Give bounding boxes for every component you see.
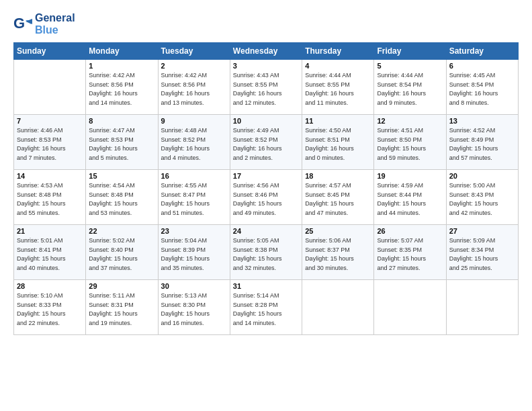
day-info: Sunrise: 4:50 AM Sunset: 8:51 PM Dayligh… [305, 126, 371, 163]
day-info: Sunrise: 4:53 AM Sunset: 8:48 PM Dayligh… [17, 181, 83, 218]
day-number: 24 [233, 227, 299, 235]
day-info: Sunrise: 4:44 AM Sunset: 8:54 PM Dayligh… [377, 71, 443, 107]
day-info: Sunrise: 4:42 AM Sunset: 8:56 PM Dayligh… [89, 71, 154, 107]
weekday-header-row: SundayMondayTuesdayWednesdayThursdayFrid… [14, 43, 519, 60]
weekday-header-thursday: Thursday [302, 43, 374, 60]
calendar-cell: 1Sunrise: 4:42 AM Sunset: 8:56 PM Daylig… [86, 60, 158, 115]
calendar-cell: 29Sunrise: 5:11 AM Sunset: 8:31 PM Dayli… [86, 280, 158, 335]
day-number: 18 [305, 172, 371, 180]
weekday-header-sunday: Sunday [14, 43, 86, 60]
day-number: 31 [233, 282, 299, 290]
day-number: 8 [89, 117, 154, 125]
calendar-cell: 8Sunrise: 4:47 AM Sunset: 8:53 PM Daylig… [86, 115, 158, 170]
day-info: Sunrise: 5:14 AM Sunset: 8:28 PM Dayligh… [233, 291, 299, 328]
calendar-cell: 26Sunrise: 5:07 AM Sunset: 8:35 PM Dayli… [374, 225, 446, 280]
calendar-cell: 15Sunrise: 4:54 AM Sunset: 8:48 PM Dayli… [86, 170, 158, 225]
calendar-cell: 7Sunrise: 4:46 AM Sunset: 8:53 PM Daylig… [14, 115, 86, 170]
day-number: 11 [305, 117, 371, 125]
day-info: Sunrise: 5:02 AM Sunset: 8:40 PM Dayligh… [89, 236, 154, 273]
day-info: Sunrise: 5:05 AM Sunset: 8:38 PM Dayligh… [233, 236, 299, 273]
calendar-cell: 10Sunrise: 4:49 AM Sunset: 8:52 PM Dayli… [230, 115, 302, 170]
day-number: 29 [89, 282, 154, 290]
day-info: Sunrise: 4:52 AM Sunset: 8:49 PM Dayligh… [449, 126, 515, 163]
logo-text: General Blue [35, 12, 75, 36]
day-number: 9 [161, 117, 227, 125]
calendar-cell: 18Sunrise: 4:57 AM Sunset: 8:45 PM Dayli… [302, 170, 374, 225]
day-number: 10 [233, 117, 299, 125]
calendar-cell: 16Sunrise: 4:55 AM Sunset: 8:47 PM Dayli… [158, 170, 230, 225]
day-info: Sunrise: 4:59 AM Sunset: 8:44 PM Dayligh… [377, 181, 443, 218]
day-number: 5 [377, 62, 443, 70]
calendar-cell: 22Sunrise: 5:02 AM Sunset: 8:40 PM Dayli… [86, 225, 158, 280]
day-number: 6 [449, 62, 515, 70]
calendar-cell: 27Sunrise: 5:09 AM Sunset: 8:34 PM Dayli… [446, 225, 518, 280]
calendar-cell: 11Sunrise: 4:50 AM Sunset: 8:51 PM Dayli… [302, 115, 374, 170]
calendar-cell: 4Sunrise: 4:44 AM Sunset: 8:55 PM Daylig… [302, 60, 374, 115]
day-number: 13 [449, 117, 515, 125]
day-number: 21 [17, 227, 83, 235]
day-number: 1 [89, 62, 154, 70]
day-info: Sunrise: 4:47 AM Sunset: 8:53 PM Dayligh… [89, 126, 154, 163]
svg-marker-2 [26, 19, 32, 24]
day-info: Sunrise: 5:10 AM Sunset: 8:33 PM Dayligh… [17, 291, 83, 328]
weekday-header-friday: Friday [374, 43, 446, 60]
day-number: 12 [377, 117, 443, 125]
calendar-cell [446, 280, 518, 335]
calendar-page: G General Blue SundayMondayTuesdayWednes… [0, 0, 532, 343]
day-number: 3 [233, 62, 299, 70]
day-info: Sunrise: 4:48 AM Sunset: 8:52 PM Dayligh… [161, 126, 227, 163]
week-row-5: 28Sunrise: 5:10 AM Sunset: 8:33 PM Dayli… [14, 280, 519, 335]
day-info: Sunrise: 4:56 AM Sunset: 8:46 PM Dayligh… [233, 181, 299, 218]
calendar-cell: 2Sunrise: 4:42 AM Sunset: 8:56 PM Daylig… [158, 60, 230, 115]
calendar-cell: 12Sunrise: 4:51 AM Sunset: 8:50 PM Dayli… [374, 115, 446, 170]
calendar-cell: 17Sunrise: 4:56 AM Sunset: 8:46 PM Dayli… [230, 170, 302, 225]
week-row-2: 7Sunrise: 4:46 AM Sunset: 8:53 PM Daylig… [14, 115, 519, 170]
day-number: 28 [17, 282, 83, 290]
svg-text:G: G [13, 15, 25, 32]
weekday-header-saturday: Saturday [446, 43, 518, 60]
day-info: Sunrise: 4:42 AM Sunset: 8:56 PM Dayligh… [161, 71, 227, 107]
day-info: Sunrise: 5:00 AM Sunset: 8:43 PM Dayligh… [449, 181, 515, 218]
calendar-table: SundayMondayTuesdayWednesdayThursdayFrid… [13, 42, 519, 335]
day-number: 7 [17, 117, 83, 125]
calendar-cell: 3Sunrise: 4:43 AM Sunset: 8:55 PM Daylig… [230, 60, 302, 115]
day-info: Sunrise: 4:49 AM Sunset: 8:52 PM Dayligh… [233, 126, 299, 163]
day-number: 16 [161, 172, 227, 180]
day-number: 15 [89, 172, 154, 180]
week-row-4: 21Sunrise: 5:01 AM Sunset: 8:41 PM Dayli… [14, 225, 519, 280]
calendar-cell [14, 60, 86, 115]
weekday-header-monday: Monday [86, 43, 158, 60]
day-info: Sunrise: 4:57 AM Sunset: 8:45 PM Dayligh… [305, 181, 371, 218]
calendar-cell: 28Sunrise: 5:10 AM Sunset: 8:33 PM Dayli… [14, 280, 86, 335]
calendar-cell: 25Sunrise: 5:06 AM Sunset: 8:37 PM Dayli… [302, 225, 374, 280]
calendar-cell: 23Sunrise: 5:04 AM Sunset: 8:39 PM Dayli… [158, 225, 230, 280]
calendar-cell [374, 280, 446, 335]
day-info: Sunrise: 4:46 AM Sunset: 8:53 PM Dayligh… [17, 126, 83, 163]
day-info: Sunrise: 5:07 AM Sunset: 8:35 PM Dayligh… [377, 236, 443, 273]
day-info: Sunrise: 5:11 AM Sunset: 8:31 PM Dayligh… [89, 291, 154, 328]
calendar-cell: 9Sunrise: 4:48 AM Sunset: 8:52 PM Daylig… [158, 115, 230, 170]
calendar-cell [302, 280, 374, 335]
day-info: Sunrise: 4:55 AM Sunset: 8:47 PM Dayligh… [161, 181, 227, 218]
day-number: 25 [305, 227, 371, 235]
weekday-header-wednesday: Wednesday [230, 43, 302, 60]
day-info: Sunrise: 5:13 AM Sunset: 8:30 PM Dayligh… [161, 291, 227, 328]
day-number: 20 [449, 172, 515, 180]
calendar-cell: 20Sunrise: 5:00 AM Sunset: 8:43 PM Dayli… [446, 170, 518, 225]
calendar-cell: 5Sunrise: 4:44 AM Sunset: 8:54 PM Daylig… [374, 60, 446, 115]
calendar-cell: 13Sunrise: 4:52 AM Sunset: 8:49 PM Dayli… [446, 115, 518, 170]
day-number: 17 [233, 172, 299, 180]
day-info: Sunrise: 4:54 AM Sunset: 8:48 PM Dayligh… [89, 181, 154, 218]
week-row-3: 14Sunrise: 4:53 AM Sunset: 8:48 PM Dayli… [14, 170, 519, 225]
day-number: 27 [449, 227, 515, 235]
day-number: 14 [17, 172, 83, 180]
day-info: Sunrise: 4:43 AM Sunset: 8:55 PM Dayligh… [233, 71, 299, 107]
day-number: 23 [161, 227, 227, 235]
calendar-cell: 30Sunrise: 5:13 AM Sunset: 8:30 PM Dayli… [158, 280, 230, 335]
day-info: Sunrise: 4:51 AM Sunset: 8:50 PM Dayligh… [377, 126, 443, 163]
logo-icon: G [13, 15, 32, 34]
calendar-cell: 14Sunrise: 4:53 AM Sunset: 8:48 PM Dayli… [14, 170, 86, 225]
logo: G General Blue [13, 12, 75, 36]
day-number: 19 [377, 172, 443, 180]
day-number: 26 [377, 227, 443, 235]
